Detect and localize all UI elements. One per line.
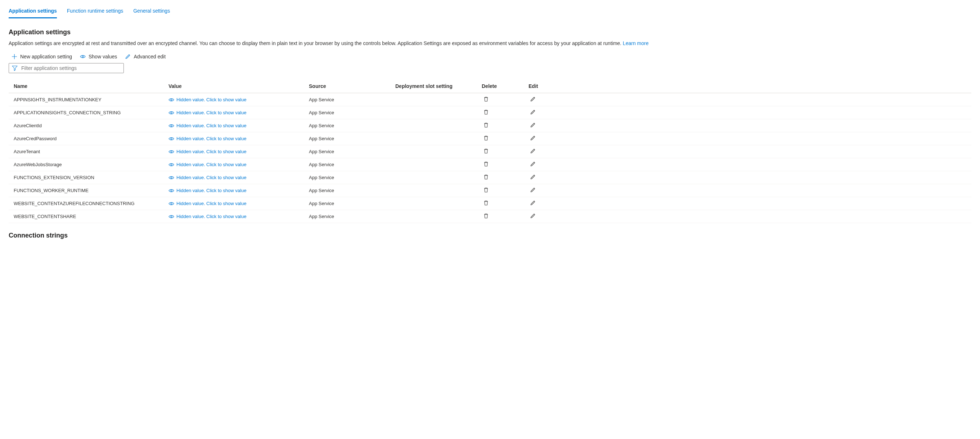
delete-button[interactable]: [483, 148, 489, 154]
cell-name: APPINSIGHTS_INSTRUMENTATIONKEY: [14, 97, 169, 102]
cell-name: AzureTenant: [14, 149, 169, 154]
cell-source: App Service: [309, 175, 395, 180]
tab-application-settings[interactable]: Application settings: [9, 5, 57, 18]
cell-source: App Service: [309, 188, 395, 193]
delete-button[interactable]: [483, 213, 489, 219]
col-header-value: Value: [169, 83, 309, 89]
edit-button[interactable]: [530, 148, 536, 154]
cell-source: App Service: [309, 97, 395, 102]
eye-icon: [169, 188, 174, 193]
table-header: Name Value Source Deployment slot settin…: [9, 80, 971, 93]
hidden-value-link[interactable]: Hidden value. Click to show value: [169, 162, 309, 167]
delete-button[interactable]: [483, 174, 489, 180]
advanced-edit-label: Advanced edit: [134, 54, 165, 59]
cell-name: WEBSITE_CONTENTSHARE: [14, 214, 169, 219]
edit-button[interactable]: [530, 174, 536, 180]
edit-button[interactable]: [530, 109, 536, 115]
table-row: APPINSIGHTS_INSTRUMENTATIONKEYHidden val…: [9, 93, 971, 106]
cell-source: App Service: [309, 123, 395, 128]
delete-button[interactable]: [483, 187, 489, 193]
hidden-value-link[interactable]: Hidden value. Click to show value: [169, 123, 309, 128]
cell-source: App Service: [309, 162, 395, 167]
table-row: WEBSITE_CONTENTSHAREHidden value. Click …: [9, 210, 971, 223]
hidden-value-text: Hidden value. Click to show value: [177, 123, 246, 128]
tab-function-runtime-settings[interactable]: Function runtime settings: [67, 5, 123, 18]
delete-button[interactable]: [483, 109, 489, 115]
hidden-value-link[interactable]: Hidden value. Click to show value: [169, 97, 309, 102]
hidden-value-text: Hidden value. Click to show value: [177, 136, 246, 141]
hidden-value-text: Hidden value. Click to show value: [177, 149, 246, 154]
hidden-value-link[interactable]: Hidden value. Click to show value: [169, 201, 309, 206]
cell-source: App Service: [309, 136, 395, 141]
advanced-edit-button[interactable]: Advanced edit: [125, 54, 165, 59]
cell-source: App Service: [309, 149, 395, 154]
app-settings-table: Name Value Source Deployment slot settin…: [9, 80, 971, 223]
cell-name: AzureWebJobsStorage: [14, 162, 169, 167]
eye-icon: [80, 54, 86, 59]
eye-icon: [169, 163, 174, 167]
edit-button[interactable]: [530, 135, 536, 141]
delete-button[interactable]: [483, 161, 489, 167]
cell-name: WEBSITE_CONTENTAZUREFILECONNECTIONSTRING: [14, 201, 169, 206]
cell-name: AzureClientId: [14, 123, 169, 128]
delete-button[interactable]: [483, 122, 489, 128]
hidden-value-link[interactable]: Hidden value. Click to show value: [169, 149, 309, 154]
show-values-button[interactable]: Show values: [80, 54, 117, 59]
hidden-value-text: Hidden value. Click to show value: [177, 162, 246, 167]
edit-button[interactable]: [530, 122, 536, 128]
hidden-value-text: Hidden value. Click to show value: [177, 214, 246, 219]
edit-button[interactable]: [530, 213, 536, 219]
table-row: FUNCTIONS_WORKER_RUNTIMEHidden value. Cl…: [9, 184, 971, 197]
hidden-value-link[interactable]: Hidden value. Click to show value: [169, 214, 309, 219]
tab-general-settings[interactable]: General settings: [133, 5, 170, 18]
table-row: APPLICATIONINSIGHTS_CONNECTION_STRINGHid…: [9, 106, 971, 119]
delete-button[interactable]: [483, 200, 489, 206]
cell-source: App Service: [309, 110, 395, 115]
edit-button[interactable]: [530, 200, 536, 206]
cell-name: FUNCTIONS_WORKER_RUNTIME: [14, 188, 169, 193]
table-row: WEBSITE_CONTENTAZUREFILECONNECTIONSTRING…: [9, 197, 971, 210]
funnel-icon: [12, 65, 18, 71]
eye-icon: [169, 176, 174, 180]
description-text: Application settings are encrypted at re…: [9, 40, 623, 46]
eye-icon: [169, 150, 174, 154]
cell-source: App Service: [309, 214, 395, 219]
edit-button[interactable]: [530, 187, 536, 193]
app-settings-toolbar: New application setting Show values Adva…: [11, 54, 971, 59]
hidden-value-link[interactable]: Hidden value. Click to show value: [169, 188, 309, 193]
hidden-value-link[interactable]: Hidden value. Click to show value: [169, 175, 309, 180]
hidden-value-text: Hidden value. Click to show value: [177, 188, 246, 193]
col-header-edit: Edit: [528, 83, 572, 89]
table-row: AzureClientIdHidden value. Click to show…: [9, 119, 971, 132]
edit-button[interactable]: [530, 96, 536, 102]
cell-source: App Service: [309, 201, 395, 206]
delete-button[interactable]: [483, 96, 489, 102]
col-header-delete: Delete: [482, 83, 528, 89]
eye-icon: [169, 201, 174, 206]
new-application-setting-button[interactable]: New application setting: [11, 54, 72, 59]
new-application-setting-label: New application setting: [20, 54, 72, 59]
table-row: AzureWebJobsStorageHidden value. Click t…: [9, 158, 971, 171]
eye-icon: [169, 98, 174, 102]
connection-strings-title: Connection strings: [9, 232, 971, 239]
col-header-slot: Deployment slot setting: [395, 83, 482, 89]
edit-button[interactable]: [530, 161, 536, 167]
filter-input-wrap[interactable]: [9, 63, 124, 73]
section-description: Application settings are encrypted at re…: [9, 40, 971, 47]
hidden-value-text: Hidden value. Click to show value: [177, 201, 246, 206]
eye-icon: [169, 124, 174, 128]
filter-input[interactable]: [21, 65, 121, 71]
hidden-value-text: Hidden value. Click to show value: [177, 110, 246, 115]
cell-name: AzureCredPassword: [14, 136, 169, 141]
learn-more-link[interactable]: Learn more: [623, 40, 649, 46]
hidden-value-link[interactable]: Hidden value. Click to show value: [169, 136, 309, 141]
hidden-value-text: Hidden value. Click to show value: [177, 175, 246, 180]
section-title: Application settings: [9, 29, 971, 36]
table-row: AzureTenantHidden value. Click to show v…: [9, 145, 971, 158]
delete-button[interactable]: [483, 135, 489, 141]
hidden-value-text: Hidden value. Click to show value: [177, 97, 246, 102]
eye-icon: [169, 111, 174, 115]
settings-tabs: Application settings Function runtime se…: [9, 0, 971, 18]
hidden-value-link[interactable]: Hidden value. Click to show value: [169, 110, 309, 115]
col-header-name: Name: [14, 83, 169, 89]
